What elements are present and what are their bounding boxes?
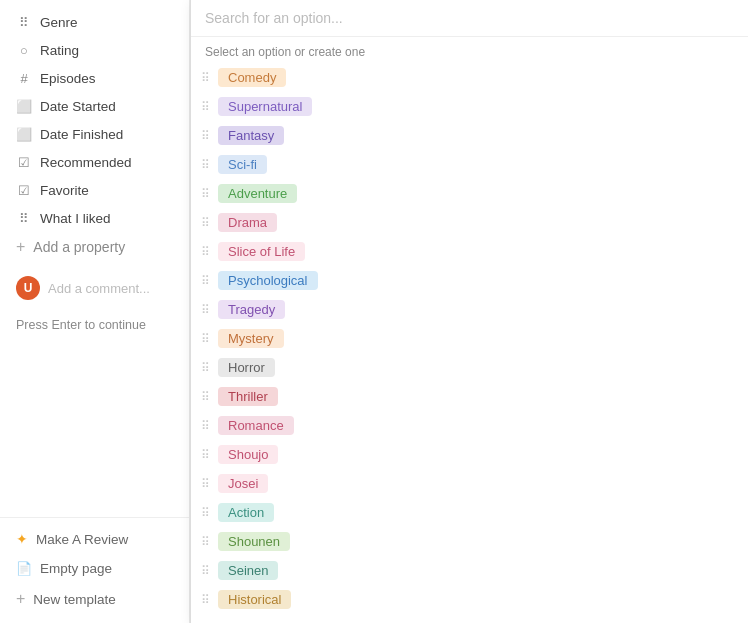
- tag-label: Slice of Life: [218, 242, 305, 261]
- star-icon: ✦: [16, 531, 28, 547]
- sidebar-item-what-i-liked[interactable]: ⠿ What I liked: [0, 204, 189, 232]
- tag-label: Thriller: [218, 387, 278, 406]
- option-row[interactable]: ⠿ Thriller: [191, 382, 748, 411]
- drag-handle-icon: ⠿: [201, 158, 210, 172]
- genre-icon: ⠿: [16, 14, 32, 30]
- option-row[interactable]: ⠿ Shounen: [191, 527, 748, 556]
- tag-label: Historical: [218, 590, 291, 609]
- avatar: U: [16, 276, 40, 300]
- search-bar[interactable]: [191, 0, 748, 37]
- option-row[interactable]: ⠿ Horror: [191, 353, 748, 382]
- episodes-label: Episodes: [40, 71, 96, 86]
- favorite-icon: ☑: [16, 182, 32, 198]
- drag-handle-icon: ⠿: [201, 448, 210, 462]
- tag-label: Supernatural: [218, 97, 312, 116]
- drag-handle-icon: ⠿: [201, 187, 210, 201]
- options-list: ⠿ Comedy ⠿ Supernatural ⠿ Fantasy ⠿ Sci-…: [191, 63, 748, 623]
- press-enter-hint: Press Enter to continue: [0, 310, 189, 340]
- sidebar-bottom: ✦ Make A Review 📄 Empty page + New templ…: [0, 517, 189, 615]
- dropdown-hint: Select an option or create one: [191, 37, 748, 63]
- drag-handle-icon: ⠿: [201, 274, 210, 288]
- drag-handle-icon: ⠿: [201, 129, 210, 143]
- drag-handle-icon: ⠿: [201, 593, 210, 607]
- plus-icon: +: [16, 238, 25, 256]
- option-row[interactable]: ⠿ Romance: [191, 411, 748, 440]
- drag-handle-icon: ⠿: [201, 390, 210, 404]
- drag-handle-icon: ⠿: [201, 100, 210, 114]
- episodes-icon: #: [16, 70, 32, 86]
- date-started-icon: ⬜: [16, 98, 32, 114]
- tag-label: Josei: [218, 474, 268, 493]
- doc-icon: 📄: [16, 561, 32, 576]
- tag-label: Mystery: [218, 329, 284, 348]
- drag-handle-icon: ⠿: [201, 361, 210, 375]
- search-input[interactable]: [205, 10, 734, 26]
- properties-list: ⠿ Genre ○ Rating # Episodes ⬜ Date Start…: [0, 8, 189, 232]
- option-row[interactable]: ⠿ Slice of Life: [191, 237, 748, 266]
- drag-handle-icon: ⠿: [201, 477, 210, 491]
- add-property-label: Add a property: [33, 239, 125, 255]
- tag-label: Psychological: [218, 271, 318, 290]
- option-row[interactable]: ⠿ Shoujo: [191, 440, 748, 469]
- tag-label: Sci-fi: [218, 155, 267, 174]
- tag-label: Romance: [218, 416, 294, 435]
- tag-label: Shounen: [218, 532, 290, 551]
- sidebar-item-episodes[interactable]: # Episodes: [0, 64, 189, 92]
- option-row[interactable]: ⠿ Historical: [191, 585, 748, 614]
- date-started-label: Date Started: [40, 99, 116, 114]
- option-row[interactable]: ⠿ Adventure: [191, 179, 748, 208]
- option-row[interactable]: ⠿ Fantasy: [191, 121, 748, 150]
- tag-label: Action: [218, 503, 274, 522]
- sidebar-item-recommended[interactable]: ☑ Recommended: [0, 148, 189, 176]
- tag-label: Drama: [218, 213, 277, 232]
- add-comment-area: U Add a comment...: [0, 266, 189, 310]
- drag-handle-icon: ⠿: [201, 245, 210, 259]
- plus-icon: +: [16, 590, 25, 608]
- what-i-liked-icon: ⠿: [16, 210, 32, 226]
- tag-label: Horror: [218, 358, 275, 377]
- tag-label: Adventure: [218, 184, 297, 203]
- genre-label: Genre: [40, 15, 78, 30]
- recommended-icon: ☑: [16, 154, 32, 170]
- tag-label: Shoujo: [218, 445, 278, 464]
- drag-handle-icon: ⠿: [201, 564, 210, 578]
- sidebar-bottom-empty-page[interactable]: 📄 Empty page: [0, 554, 189, 583]
- new-template-label: New template: [33, 592, 116, 607]
- sidebar-item-date-started[interactable]: ⬜ Date Started: [0, 92, 189, 120]
- option-row[interactable]: ⠿ Drama: [191, 208, 748, 237]
- drag-handle-icon: ⠿: [201, 303, 210, 317]
- option-row[interactable]: ⠿ Sci-fi: [191, 150, 748, 179]
- add-property-button[interactable]: + Add a property: [0, 232, 189, 262]
- make-a-review-label: Make A Review: [36, 532, 128, 547]
- bottom-items-list: ✦ Make A Review 📄 Empty page + New templ…: [0, 524, 189, 615]
- tag-label: Tragedy: [218, 300, 285, 319]
- option-row[interactable]: ⠿ Action: [191, 498, 748, 527]
- drag-handle-icon: ⠿: [201, 216, 210, 230]
- sidebar: ⠿ Genre ○ Rating # Episodes ⬜ Date Start…: [0, 0, 190, 623]
- option-row[interactable]: ⠿ Supernatural: [191, 92, 748, 121]
- tag-label: Fantasy: [218, 126, 284, 145]
- option-row[interactable]: ⠿ Tragedy: [191, 295, 748, 324]
- tag-label: Comedy: [218, 68, 286, 87]
- rating-label: Rating: [40, 43, 79, 58]
- drag-handle-icon: ⠿: [201, 332, 210, 346]
- recommended-label: Recommended: [40, 155, 132, 170]
- genre-dropdown: Select an option or create one ⠿ Comedy …: [190, 0, 748, 623]
- date-finished-label: Date Finished: [40, 127, 123, 142]
- sidebar-item-date-finished[interactable]: ⬜ Date Finished: [0, 120, 189, 148]
- option-row[interactable]: ⠿ Mystery: [191, 324, 748, 353]
- option-row[interactable]: ⠿ Psychological: [191, 266, 748, 295]
- drag-handle-icon: ⠿: [201, 506, 210, 520]
- option-row[interactable]: ⠿ Josei: [191, 469, 748, 498]
- sidebar-item-rating[interactable]: ○ Rating: [0, 36, 189, 64]
- sidebar-item-favorite[interactable]: ☑ Favorite: [0, 176, 189, 204]
- drag-handle-icon: ⠿: [201, 535, 210, 549]
- sidebar-bottom-new-template[interactable]: + New template: [0, 583, 189, 615]
- add-comment-placeholder[interactable]: Add a comment...: [48, 281, 150, 296]
- sidebar-item-genre[interactable]: ⠿ Genre: [0, 8, 189, 36]
- option-row[interactable]: ⠿ Comedy: [191, 63, 748, 92]
- date-finished-icon: ⬜: [16, 126, 32, 142]
- sidebar-bottom-make-a-review[interactable]: ✦ Make A Review: [0, 524, 189, 554]
- option-row[interactable]: ⠿ Seinen: [191, 556, 748, 585]
- favorite-label: Favorite: [40, 183, 89, 198]
